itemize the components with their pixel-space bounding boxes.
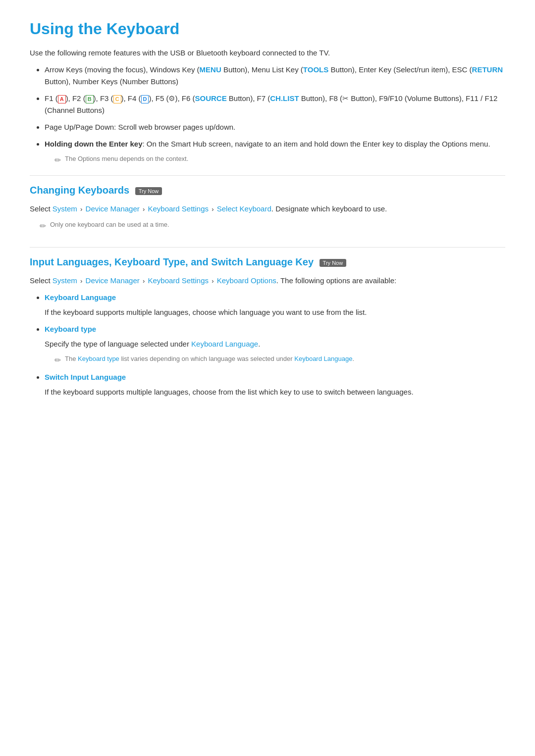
bullet1-end: Button), Enter Key (Select/run item), ES…: [328, 65, 472, 74]
arrow-6: ›: [212, 277, 214, 285]
arrow-2: ›: [143, 205, 145, 213]
section-input-languages: Input Languages, Keyboard Type, and Swit…: [30, 256, 505, 398]
try-now-badge-1[interactable]: Try Now: [135, 187, 162, 195]
option2-text-pre: Specify the type of language selected un…: [45, 340, 191, 348]
section3-dm-link: Device Manager: [86, 276, 140, 285]
note-icon-1: ✏: [54, 154, 61, 166]
tools-link: TOOLS: [303, 65, 328, 74]
bullet3-text: Page Up/Page Down: Scroll web browser pa…: [45, 123, 235, 131]
option-switch-input-language: Switch Input Language If the keyboard su…: [45, 371, 505, 398]
option-keyboard-language: Keyboard Language If the keyboard suppor…: [45, 292, 505, 318]
section2-ks-link: Keyboard Settings: [148, 204, 209, 213]
section3-title: Input Languages, Keyboard Type, and Swit…: [30, 256, 505, 268]
option-keyboard-type: Keyboard type Specify the type of langua…: [45, 323, 505, 366]
section2-sk-link: Select Keyboard: [217, 204, 271, 213]
section2-para: Select System › Device Manager › Keyboar…: [30, 203, 505, 215]
option1-label: Keyboard Language: [45, 293, 116, 302]
arrow-4: ›: [80, 277, 82, 285]
note-icon-2: ✏: [40, 220, 46, 232]
divider-1: [30, 175, 505, 176]
section-changing-keyboards: Changing Keyboards Try Now Select System…: [30, 185, 505, 232]
arrow-5: ›: [143, 277, 145, 285]
section3-system-link: System: [53, 276, 77, 285]
menu-link: MENU: [200, 65, 221, 74]
section2-para-pre: Select: [30, 204, 53, 213]
options-list: Keyboard Language If the keyboard suppor…: [45, 292, 505, 398]
list-item-1: Arrow Keys (moving the focus), Windows K…: [45, 64, 505, 88]
section2-dm-link: Device Manager: [86, 204, 140, 213]
section3-para-end: . The following options are available:: [276, 276, 396, 285]
list-item-2: F1 (A), F2 (B), F3 (C), F4 (D), F5 (⚙), …: [45, 93, 505, 116]
section3-ko-link: Keyboard Options: [217, 276, 276, 285]
section2-para-end: . Designate which keyboard to use.: [271, 204, 387, 213]
list-item-3: Page Up/Page Down: Scroll web browser pa…: [45, 121, 505, 133]
intro-text: Use the following remote features with t…: [30, 47, 505, 59]
return-link: RETURN: [472, 65, 503, 74]
bullet2-pre: F1 (A), F2 (B), F3 (C), F4 (D), F5 (⚙), …: [45, 94, 497, 114]
bullet1-last: Button), Number Keys (Number Buttons): [45, 77, 178, 86]
section3-para: Select System › Device Manager › Keyboar…: [30, 275, 505, 287]
option2-text: Specify the type of language selected un…: [45, 338, 505, 350]
option1-text: If the keyboard supports multiple langua…: [45, 306, 505, 318]
section2-system-link: System: [53, 204, 77, 213]
note-2: ✏ Only one keyboard can be used at a tim…: [40, 220, 505, 232]
bullet1-mid: Button), Menu List Key (: [221, 65, 303, 74]
option2-kl-link: Keyboard Language: [191, 340, 258, 348]
try-now-badge-2[interactable]: Try Now: [320, 259, 347, 267]
divider-2: [30, 247, 505, 248]
feature-list: Arrow Keys (moving the focus), Windows K…: [45, 64, 505, 166]
section2-title: Changing Keyboards Try Now: [30, 185, 505, 196]
bullet4-bold: Holding down the Enter key: [45, 140, 143, 148]
note-icon-3: ✏: [54, 354, 61, 366]
section3-para-pre: Select: [30, 276, 53, 285]
arrow-3: ›: [212, 205, 214, 213]
note3-text: The Keyboard type list varies depending …: [65, 354, 354, 364]
note1-text: The Options menu depends on the context.: [65, 154, 188, 164]
option2-label: Keyboard type: [45, 325, 96, 333]
bullet4-text: : On the Smart Hub screen, navigate to a…: [143, 140, 490, 148]
note-1: ✏ The Options menu depends on the contex…: [54, 154, 505, 166]
note-3: ✏ The Keyboard type list varies dependin…: [54, 354, 505, 366]
arrow-1: ›: [80, 205, 82, 213]
page-title: Using the Keyboard: [30, 20, 505, 38]
option3-label: Switch Input Language: [45, 373, 126, 381]
option2-text-end: .: [258, 340, 260, 348]
bullet1-pre: Arrow Keys (moving the focus), Windows K…: [45, 65, 200, 74]
note2-text: Only one keyboard can be used at a time.: [50, 220, 169, 230]
option3-text: If the keyboard supports multiple langua…: [45, 386, 505, 398]
section3-ks-link: Keyboard Settings: [148, 276, 209, 285]
list-item-4: Holding down the Enter key: On the Smart…: [45, 138, 505, 166]
